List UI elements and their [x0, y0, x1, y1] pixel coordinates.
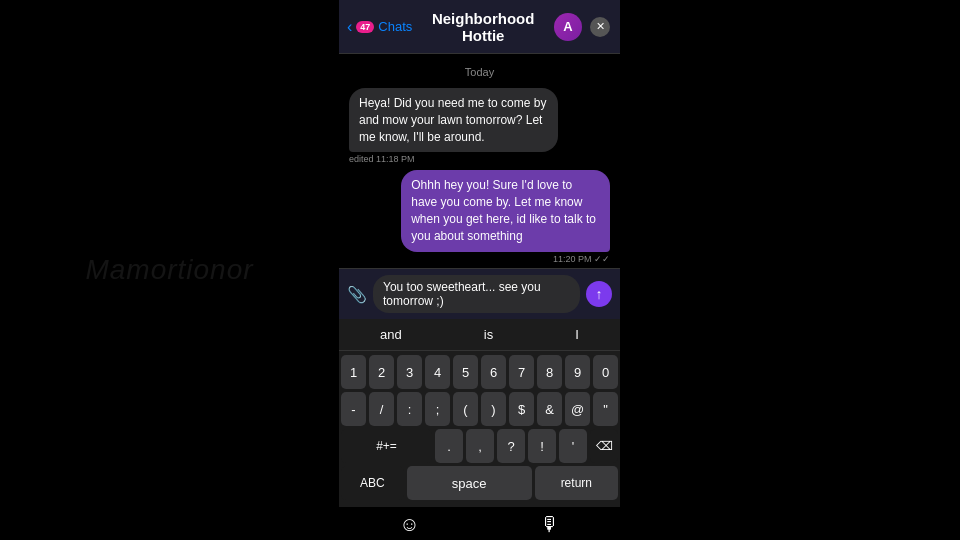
- message-row: Heya! Did you need me to come by and mow…: [349, 88, 610, 164]
- key-0[interactable]: 0: [593, 355, 618, 389]
- key-rparen[interactable]: ): [481, 392, 506, 426]
- key-sym-toggle[interactable]: #+=: [341, 429, 432, 463]
- key-4[interactable]: 4: [425, 355, 450, 389]
- right-black-area: [620, 0, 960, 540]
- key-dash[interactable]: -: [341, 392, 366, 426]
- backspace-key[interactable]: ⌫: [590, 429, 618, 463]
- bottom-bar: ☺ 🎙: [339, 507, 620, 540]
- send-button[interactable]: ↑: [586, 281, 612, 307]
- keyboard-row-bottom: ABC space return: [341, 466, 618, 500]
- key-5[interactable]: 5: [453, 355, 478, 389]
- key-3[interactable]: 3: [397, 355, 422, 389]
- key-abc[interactable]: ABC: [341, 466, 404, 500]
- key-quote[interactable]: ": [593, 392, 618, 426]
- back-chevron-icon[interactable]: ‹: [347, 19, 352, 35]
- message-input-row: 📎 You too sweetheart... see you tomorrow…: [339, 268, 620, 319]
- received-bubble: Heya! Did you need me to come by and mow…: [349, 88, 558, 152]
- key-at[interactable]: @: [565, 392, 590, 426]
- key-comma[interactable]: ,: [466, 429, 494, 463]
- key-semicolon[interactable]: ;: [425, 392, 450, 426]
- key-7[interactable]: 7: [509, 355, 534, 389]
- key-exclaim[interactable]: !: [528, 429, 556, 463]
- date-divider: Today: [349, 66, 610, 78]
- sent-bubble: Ohhh hey you! Sure I'd love to have you …: [401, 170, 610, 251]
- key-1[interactable]: 1: [341, 355, 366, 389]
- key-6[interactable]: 6: [481, 355, 506, 389]
- key-lparen[interactable]: (: [453, 392, 478, 426]
- keyboard: 1 2 3 4 5 6 7 8 9 0 - / : ; ( ) $ & @ " …: [339, 351, 620, 507]
- key-9[interactable]: 9: [565, 355, 590, 389]
- key-question[interactable]: ?: [497, 429, 525, 463]
- left-black-area: Mamortionor: [0, 0, 339, 540]
- chats-link[interactable]: Chats: [378, 19, 412, 34]
- pred-word-2[interactable]: is: [474, 325, 503, 344]
- pred-word-1[interactable]: and: [370, 325, 412, 344]
- keyboard-row-more: #+= . , ? ! ' ⌫: [341, 429, 618, 463]
- attach-icon[interactable]: 📎: [347, 285, 367, 304]
- key-period[interactable]: .: [435, 429, 463, 463]
- pred-word-3[interactable]: I: [565, 325, 589, 344]
- key-slash[interactable]: /: [369, 392, 394, 426]
- keyboard-row-symbols: - / : ; ( ) $ & @ ": [341, 392, 618, 426]
- message-input[interactable]: You too sweetheart... see you tomorrow ;…: [373, 275, 580, 313]
- key-space[interactable]: space: [407, 466, 532, 500]
- chats-badge: 47: [356, 21, 374, 33]
- key-return[interactable]: return: [535, 466, 618, 500]
- phone-screen: ‹ 47 Chats Neighborhood Hottie A ✕ Today…: [339, 0, 620, 540]
- input-text: You too sweetheart... see you tomorrow ;…: [383, 280, 570, 308]
- message-meta: edited 11:18 PM: [349, 154, 415, 164]
- close-button[interactable]: ✕: [590, 17, 610, 37]
- emoji-icon[interactable]: ☺: [399, 513, 419, 536]
- back-nav[interactable]: ‹ 47 Chats: [347, 19, 412, 35]
- key-apostrophe[interactable]: ': [559, 429, 587, 463]
- key-8[interactable]: 8: [537, 355, 562, 389]
- microphone-icon[interactable]: 🎙: [540, 513, 560, 536]
- key-ampersand[interactable]: &: [537, 392, 562, 426]
- key-colon[interactable]: :: [397, 392, 422, 426]
- message-meta: 11:20 PM ✓✓: [553, 254, 610, 264]
- chat-title: Neighborhood Hottie: [412, 10, 554, 44]
- message-row: Ohhh hey you! Sure I'd love to have you …: [349, 170, 610, 263]
- chat-messages-area: Today Heya! Did you need me to come by a…: [339, 54, 620, 268]
- predictive-text-bar: and is I: [339, 319, 620, 351]
- chat-header: ‹ 47 Chats Neighborhood Hottie A ✕: [339, 0, 620, 54]
- key-2[interactable]: 2: [369, 355, 394, 389]
- watermark-text: Mamortionor: [85, 254, 253, 286]
- key-dollar[interactable]: $: [509, 392, 534, 426]
- keyboard-row-numbers: 1 2 3 4 5 6 7 8 9 0: [341, 355, 618, 389]
- contact-avatar[interactable]: A: [554, 13, 582, 41]
